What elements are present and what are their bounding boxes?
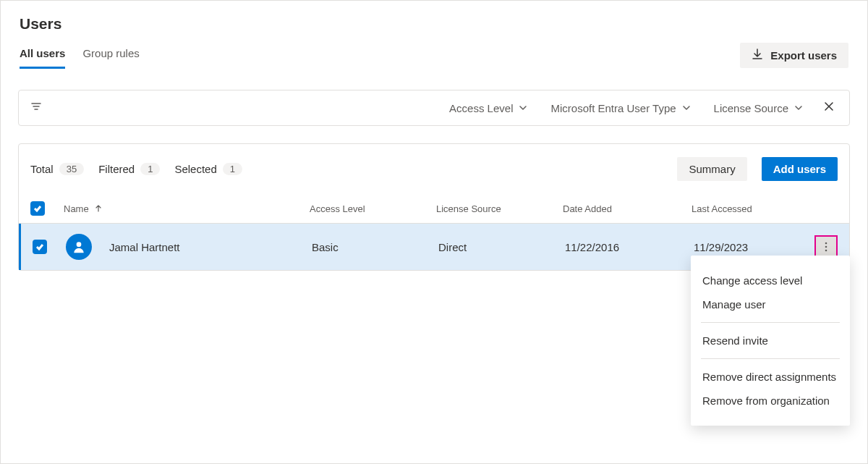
stat-filtered: Filtered 1 (98, 163, 160, 175)
row-last-accessed: 11/29/2023 (694, 241, 801, 253)
stat-selected-label: Selected (174, 163, 216, 175)
filter-icon[interactable] (30, 101, 42, 115)
close-icon[interactable] (820, 98, 838, 118)
avatar (66, 234, 92, 260)
column-license-source[interactable]: License Source (436, 203, 563, 214)
menu-resend-invite[interactable]: Resend invite (701, 329, 840, 353)
row-date-added: 11/22/2016 (565, 241, 694, 253)
stat-selected-count: 1 (223, 163, 242, 175)
stat-filtered-count: 1 (140, 163, 160, 175)
tab-all-users[interactable]: All users (20, 47, 65, 69)
column-name[interactable]: Name (64, 203, 310, 214)
chevron-down-icon (519, 102, 527, 114)
svg-point-1 (825, 242, 827, 245)
stat-filtered-label: Filtered (98, 163, 135, 175)
filter-license-source[interactable]: License Source (708, 99, 809, 117)
row-access-level: Basic (312, 241, 438, 253)
svg-point-2 (825, 246, 827, 248)
context-menu: Change access level Manage user Resend i… (691, 256, 850, 426)
column-date-added[interactable]: Date Added (563, 203, 692, 214)
add-users-button[interactable]: Add users (762, 157, 838, 181)
select-all-checkbox[interactable] (30, 201, 45, 216)
filter-access-level-label: Access Level (449, 102, 513, 114)
users-card: Total 35 Filtered 1 Selected 1 Summary A… (18, 143, 850, 271)
menu-remove-direct[interactable]: Remove direct assignments (701, 365, 840, 389)
filter-user-type-label: Microsoft Entra User Type (550, 102, 676, 114)
tabs: All users Group rules (20, 47, 140, 69)
export-users-button[interactable]: Export users (740, 43, 848, 68)
svg-point-3 (825, 250, 827, 252)
filter-access-level[interactable]: Access Level (443, 99, 533, 117)
tab-group-rules[interactable]: Group rules (82, 47, 139, 69)
stat-total-label: Total (30, 163, 54, 175)
page-title: Users (20, 15, 848, 33)
menu-manage-user[interactable]: Manage user (701, 292, 840, 316)
row-checkbox[interactable] (33, 240, 47, 254)
column-last-accessed[interactable]: Last Accessed (692, 203, 801, 214)
chevron-down-icon (682, 102, 691, 114)
column-name-label: Name (64, 203, 89, 214)
table-header: Name Access Level License Source Date Ad… (19, 194, 849, 224)
summary-button[interactable]: Summary (677, 157, 746, 181)
stats-row: Total 35 Filtered 1 Selected 1 Summary A… (19, 144, 849, 194)
filter-user-type[interactable]: Microsoft Entra User Type (545, 99, 696, 117)
stat-total-count: 35 (59, 163, 84, 175)
filter-license-source-label: License Source (714, 102, 788, 114)
filter-bar: Access Level Microsoft Entra User Type L… (18, 90, 850, 126)
row-name: Jamal Hartnett (109, 241, 180, 253)
chevron-down-icon (794, 102, 803, 114)
column-access-level[interactable]: Access Level (310, 203, 436, 214)
svg-point-0 (77, 242, 82, 247)
stat-total: Total 35 (30, 163, 84, 175)
download-icon (752, 48, 763, 62)
row-license-source: Direct (438, 241, 565, 253)
menu-remove-org[interactable]: Remove from organization (701, 389, 840, 413)
sort-ascending-icon (95, 203, 102, 214)
menu-change-access[interactable]: Change access level (701, 269, 840, 292)
export-label: Export users (770, 49, 837, 62)
stat-selected: Selected 1 (174, 163, 242, 175)
